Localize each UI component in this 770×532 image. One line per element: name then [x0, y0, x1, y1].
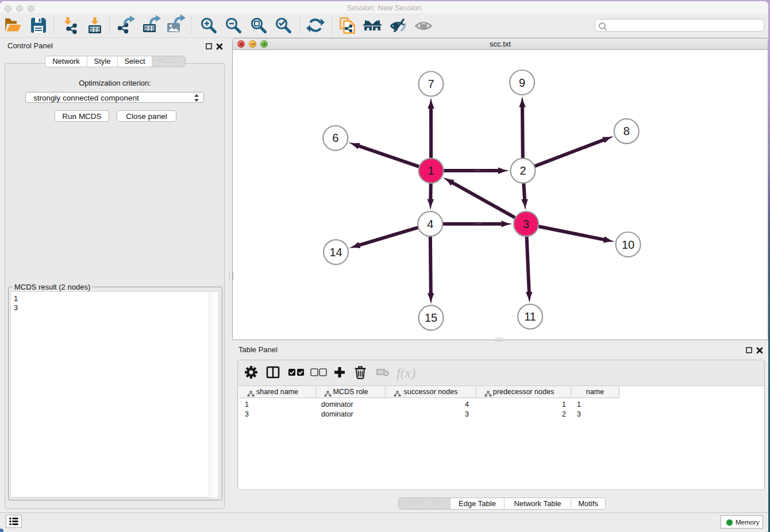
svg-text:9: 9	[519, 76, 525, 89]
svg-text:11: 11	[524, 310, 536, 323]
svg-text:8: 8	[623, 125, 630, 137]
svg-text:3: 3	[523, 218, 529, 230]
svg-text:10: 10	[622, 238, 634, 251]
svg-text:15: 15	[425, 311, 437, 324]
svg-text:f(x): f(x)	[396, 365, 415, 380]
svg-text:6: 6	[332, 132, 338, 144]
svg-text:2: 2	[519, 164, 526, 177]
svg-text:1: 1	[428, 164, 434, 177]
svg-text:14: 14	[329, 246, 342, 259]
svg-text:4: 4	[427, 218, 433, 230]
svg-text:7: 7	[428, 78, 434, 90]
